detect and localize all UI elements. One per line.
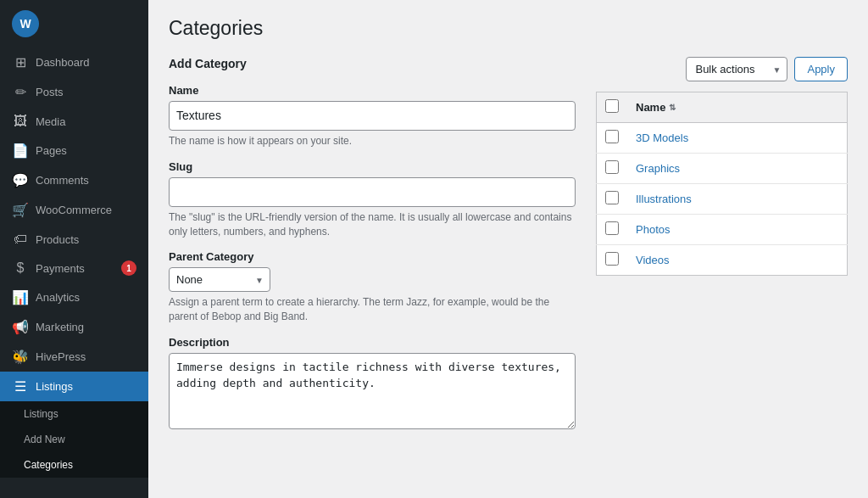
sidebar-logo: W <box>0 0 148 48</box>
add-category-title: Add Category <box>169 57 576 70</box>
marketing-icon: 📢 <box>12 319 29 335</box>
name-label: Name <box>169 84 576 97</box>
sidebar-item-hivepress[interactable]: 🐝 HivePress <box>0 342 148 372</box>
submenu-listings-label: Listings <box>24 408 58 420</box>
description-textarea[interactable]: Immerse designs in tactile richness with… <box>169 353 576 429</box>
parent-category-group: Parent Category None ▼ Assign a parent t… <box>169 250 576 324</box>
sidebar-item-posts[interactable]: ✏ Posts <box>0 77 148 107</box>
sidebar-item-woocommerce[interactable]: 🛒 WooCommerce <box>0 195 148 225</box>
sidebar-item-label: Marketing <box>36 321 84 333</box>
page-title: Categories <box>169 17 848 40</box>
row-checkbox-graphics[interactable] <box>605 160 619 174</box>
sidebar-item-products[interactable]: 🏷 Products <box>0 225 148 254</box>
slug-input[interactable] <box>169 177 576 207</box>
row-checkbox-illustrations[interactable] <box>605 191 619 204</box>
sidebar-item-label: Dashboard <box>36 56 90 69</box>
sidebar-submenu: Listings Add New Categories <box>0 401 148 478</box>
sidebar-item-label: Pages <box>36 144 67 157</box>
sidebar-item-label: Products <box>36 233 79 246</box>
dashboard-icon: ⊞ <box>12 54 29 70</box>
sidebar-item-media[interactable]: 🖼 Media <box>0 107 148 136</box>
sidebar-item-dashboard[interactable]: ⊞ Dashboard <box>0 48 148 77</box>
th-name-label: Name <box>636 101 665 114</box>
name-group: Name The name is how it appears on your … <box>169 84 576 148</box>
sidebar-item-label: Comments <box>36 174 89 187</box>
table-row: Illustrations <box>597 184 848 215</box>
wp-logo-icon: W <box>12 10 39 37</box>
bulk-actions-select-wrap: Bulk actions ▼ <box>686 57 787 81</box>
sidebar-item-listings[interactable]: ☰ Listings <box>0 372 148 401</box>
media-icon: 🖼 <box>12 114 29 129</box>
table-row: Photos <box>597 215 848 245</box>
th-checkbox <box>597 92 628 123</box>
analytics-icon: 📊 <box>12 289 29 305</box>
sidebar-item-pages[interactable]: 📄 Pages <box>0 136 148 165</box>
sort-icon: ⇅ <box>669 103 676 112</box>
categories-tbody: 3D Models Graphics Illustrations Photos <box>597 123 848 276</box>
sidebar-item-label: Media <box>36 115 65 128</box>
sidebar-item-analytics[interactable]: 📊 Analytics <box>0 283 148 312</box>
sidebar-item-marketing[interactable]: 📢 Marketing <box>0 312 148 342</box>
description-label: Description <box>169 336 576 349</box>
woocommerce-icon: 🛒 <box>12 202 29 218</box>
table-row: 3D Models <box>597 123 848 154</box>
content-layout: Add Category Name The name is how it app… <box>169 57 848 444</box>
row-checkbox-videos[interactable] <box>605 252 619 266</box>
th-name: Name ⇅ <box>627 92 848 123</box>
category-link-3d-models[interactable]: 3D Models <box>636 131 688 144</box>
parent-hint: Assign a parent term to create a hierarc… <box>169 295 576 324</box>
select-all-checkbox[interactable] <box>605 99 619 113</box>
sidebar: W ⊞ Dashboard ✏ Posts 🖼 Media 📄 Pages 💬 … <box>0 0 148 498</box>
hivepress-icon: 🐝 <box>12 349 29 365</box>
posts-icon: ✏ <box>12 84 29 100</box>
sidebar-item-comments[interactable]: 💬 Comments <box>0 165 148 195</box>
sidebar-item-label: WooCommerce <box>36 204 112 216</box>
name-input[interactable] <box>169 101 576 131</box>
sidebar-item-label: HivePress <box>36 350 86 363</box>
bulk-apply-button[interactable]: Apply <box>794 57 848 81</box>
listings-icon: ☰ <box>12 378 29 394</box>
slug-hint: The "slug" is the URL-friendly version o… <box>169 210 576 239</box>
sidebar-item-label: Listings <box>36 380 73 393</box>
table-row: Graphics <box>597 154 848 184</box>
sidebar-item-payments[interactable]: $ Payments 1 <box>0 254 148 283</box>
category-link-illustrations[interactable]: Illustrations <box>636 193 692 205</box>
name-hint: The name is how it appears on your site. <box>169 134 576 148</box>
submenu-addnew-label: Add New <box>24 434 65 445</box>
main-content: Categories Add Category Name The name is… <box>148 0 868 498</box>
description-group: Description Immerse designs in tactile r… <box>169 336 576 432</box>
bulk-actions-select[interactable]: Bulk actions <box>686 57 787 81</box>
sidebar-submenu-item-listings[interactable]: Listings <box>0 401 148 427</box>
slug-group: Slug The "slug" is the URL-friendly vers… <box>169 160 576 239</box>
categories-table: Name ⇅ 3D Models Graphics <box>596 92 848 276</box>
parent-category-select-wrap: None ▼ <box>169 267 270 292</box>
row-checkbox-3d-models[interactable] <box>605 130 619 143</box>
submenu-categories-label: Categories <box>24 459 73 471</box>
categories-panel: Bulk actions ▼ Apply Name <box>596 57 848 276</box>
slug-label: Slug <box>169 160 576 173</box>
row-checkbox-photos[interactable] <box>605 221 619 235</box>
bulk-bar: Bulk actions ▼ Apply <box>596 57 848 81</box>
comments-icon: 💬 <box>12 172 29 188</box>
sidebar-submenu-item-add-new[interactable]: Add New <box>0 427 148 452</box>
add-category-panel: Add Category Name The name is how it app… <box>169 57 576 444</box>
sidebar-submenu-item-categories[interactable]: Categories <box>0 452 148 478</box>
sidebar-item-label: Analytics <box>36 291 80 304</box>
payments-icon: $ <box>12 260 29 276</box>
category-link-videos[interactable]: Videos <box>636 254 670 266</box>
sidebar-item-label: Posts <box>36 86 64 98</box>
products-icon: 🏷 <box>12 232 29 247</box>
parent-category-label: Parent Category <box>169 250 576 263</box>
category-link-graphics[interactable]: Graphics <box>636 162 680 175</box>
parent-category-select[interactable]: None <box>169 267 270 292</box>
category-link-photos[interactable]: Photos <box>636 223 670 236</box>
sidebar-item-label: Payments <box>36 262 85 275</box>
pages-icon: 📄 <box>12 143 29 159</box>
payments-badge: 1 <box>121 260 136 276</box>
table-row: Videos <box>597 245 848 276</box>
